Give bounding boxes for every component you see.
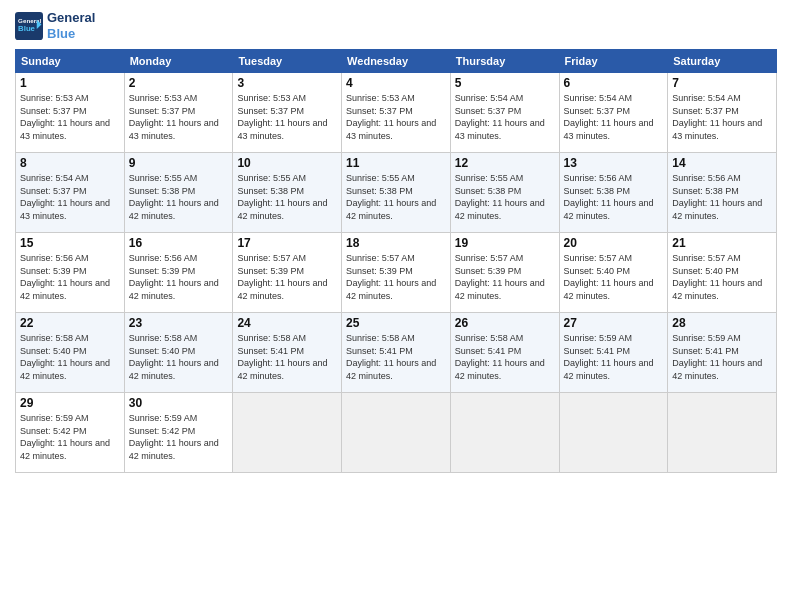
col-wednesday: Wednesday [342, 50, 451, 73]
table-row: 17Sunrise: 5:57 AMSunset: 5:39 PMDayligh… [233, 233, 342, 313]
table-row: 16Sunrise: 5:56 AMSunset: 5:39 PMDayligh… [124, 233, 233, 313]
table-row: 23Sunrise: 5:58 AMSunset: 5:40 PMDayligh… [124, 313, 233, 393]
table-row: 8Sunrise: 5:54 AMSunset: 5:37 PMDaylight… [16, 153, 125, 233]
calendar-week-row: 1Sunrise: 5:53 AMSunset: 5:37 PMDaylight… [16, 73, 777, 153]
table-row [450, 393, 559, 473]
table-row: 11Sunrise: 5:55 AMSunset: 5:38 PMDayligh… [342, 153, 451, 233]
logo-text: General Blue [47, 10, 95, 41]
table-row: 14Sunrise: 5:56 AMSunset: 5:38 PMDayligh… [668, 153, 777, 233]
col-saturday: Saturday [668, 50, 777, 73]
logo: General Blue General Blue [15, 10, 95, 41]
svg-text:Blue: Blue [18, 24, 36, 33]
header: General Blue General Blue [15, 10, 777, 41]
table-row: 18Sunrise: 5:57 AMSunset: 5:39 PMDayligh… [342, 233, 451, 313]
table-row: 21Sunrise: 5:57 AMSunset: 5:40 PMDayligh… [668, 233, 777, 313]
table-row: 12Sunrise: 5:55 AMSunset: 5:38 PMDayligh… [450, 153, 559, 233]
calendar-week-row: 15Sunrise: 5:56 AMSunset: 5:39 PMDayligh… [16, 233, 777, 313]
table-row: 4Sunrise: 5:53 AMSunset: 5:37 PMDaylight… [342, 73, 451, 153]
table-row: 3Sunrise: 5:53 AMSunset: 5:37 PMDaylight… [233, 73, 342, 153]
table-row: 1Sunrise: 5:53 AMSunset: 5:37 PMDaylight… [16, 73, 125, 153]
table-row [668, 393, 777, 473]
table-row [559, 393, 668, 473]
table-row: 9Sunrise: 5:55 AMSunset: 5:38 PMDaylight… [124, 153, 233, 233]
table-row: 2Sunrise: 5:53 AMSunset: 5:37 PMDaylight… [124, 73, 233, 153]
table-row: 22Sunrise: 5:58 AMSunset: 5:40 PMDayligh… [16, 313, 125, 393]
table-row: 30Sunrise: 5:59 AMSunset: 5:42 PMDayligh… [124, 393, 233, 473]
col-monday: Monday [124, 50, 233, 73]
table-row [233, 393, 342, 473]
table-row: 27Sunrise: 5:59 AMSunset: 5:41 PMDayligh… [559, 313, 668, 393]
calendar-week-row: 8Sunrise: 5:54 AMSunset: 5:37 PMDaylight… [16, 153, 777, 233]
calendar-week-row: 29Sunrise: 5:59 AMSunset: 5:42 PMDayligh… [16, 393, 777, 473]
table-row: 24Sunrise: 5:58 AMSunset: 5:41 PMDayligh… [233, 313, 342, 393]
table-row: 10Sunrise: 5:55 AMSunset: 5:38 PMDayligh… [233, 153, 342, 233]
table-row: 20Sunrise: 5:57 AMSunset: 5:40 PMDayligh… [559, 233, 668, 313]
table-row: 15Sunrise: 5:56 AMSunset: 5:39 PMDayligh… [16, 233, 125, 313]
calendar-header-row: Sunday Monday Tuesday Wednesday Thursday… [16, 50, 777, 73]
table-row: 25Sunrise: 5:58 AMSunset: 5:41 PMDayligh… [342, 313, 451, 393]
table-row: 13Sunrise: 5:56 AMSunset: 5:38 PMDayligh… [559, 153, 668, 233]
calendar-table: Sunday Monday Tuesday Wednesday Thursday… [15, 49, 777, 473]
col-thursday: Thursday [450, 50, 559, 73]
col-tuesday: Tuesday [233, 50, 342, 73]
table-row [342, 393, 451, 473]
table-row: 6Sunrise: 5:54 AMSunset: 5:37 PMDaylight… [559, 73, 668, 153]
table-row: 19Sunrise: 5:57 AMSunset: 5:39 PMDayligh… [450, 233, 559, 313]
page: General Blue General Blue Sunday Monday … [0, 0, 792, 612]
table-row: 7Sunrise: 5:54 AMSunset: 5:37 PMDaylight… [668, 73, 777, 153]
table-row: 26Sunrise: 5:58 AMSunset: 5:41 PMDayligh… [450, 313, 559, 393]
calendar-week-row: 22Sunrise: 5:58 AMSunset: 5:40 PMDayligh… [16, 313, 777, 393]
table-row: 28Sunrise: 5:59 AMSunset: 5:41 PMDayligh… [668, 313, 777, 393]
table-row: 5Sunrise: 5:54 AMSunset: 5:37 PMDaylight… [450, 73, 559, 153]
col-sunday: Sunday [16, 50, 125, 73]
col-friday: Friday [559, 50, 668, 73]
table-row: 29Sunrise: 5:59 AMSunset: 5:42 PMDayligh… [16, 393, 125, 473]
logo-icon: General Blue [15, 12, 43, 40]
